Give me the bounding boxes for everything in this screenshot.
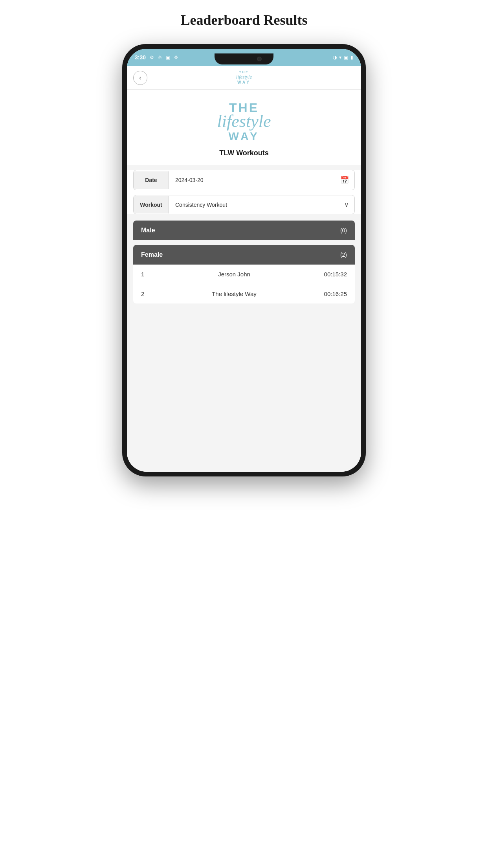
back-button[interactable]: ‹ — [133, 71, 147, 85]
settings-icon: ⚙ — [150, 55, 154, 60]
male-section: Male (0) — [133, 221, 355, 240]
male-section-header: Male (0) — [133, 221, 355, 240]
status-bar: 3:30 ⚙ ❊ ▣ ✥ ◑ ▾ ▣ ▮ — [127, 49, 361, 66]
phone-frame: 3:30 ⚙ ❊ ▣ ✥ ◑ ▾ ▣ ▮ ‹ THE lifestyle — [122, 44, 366, 476]
table-row: 2 The lifestyle Way 00:16:25 — [133, 284, 355, 303]
logo-script: lifestyle — [217, 113, 271, 130]
form-section: Date 2024-03-20 📅 Workout Consistency Wo… — [127, 170, 361, 214]
female-section: Female (2) 1 Jerson John 00:15:32 2 The … — [133, 245, 355, 303]
header-logo-way: WAY — [236, 80, 252, 85]
wifi-icon: ▾ — [339, 55, 341, 60]
date-field: Date 2024-03-20 📅 — [133, 170, 355, 190]
page-title: Leaderboard Results — [181, 12, 308, 28]
row-time: 00:16:25 — [316, 291, 347, 297]
workout-value: Consistency Workout — [169, 196, 339, 213]
main-logo: THE lifestyle WAY — [217, 101, 271, 142]
logo-section: THE lifestyle WAY TLW Workouts — [127, 90, 361, 165]
battery-icon: ▮ — [350, 55, 353, 60]
row-time: 00:15:32 — [316, 271, 347, 278]
workout-label: Workout — [134, 196, 169, 213]
header-logo-script: lifestyle — [236, 74, 252, 80]
touch-icon: ✥ — [174, 55, 178, 60]
row-name: The lifestyle Way — [153, 291, 316, 297]
chevron-down-icon[interactable]: ∨ — [339, 195, 354, 214]
screenshot-icon: ▣ — [166, 55, 170, 60]
female-label: Female — [141, 251, 163, 258]
row-rank: 2 — [141, 291, 153, 297]
header-logo: THE lifestyle WAY — [236, 71, 252, 84]
camera — [257, 57, 262, 61]
signal-icon: ▣ — [344, 55, 348, 60]
male-label: Male — [141, 227, 155, 234]
calendar-icon[interactable]: 📅 — [335, 170, 354, 190]
female-rows: 1 Jerson John 00:15:32 2 The lifestyle W… — [133, 265, 355, 303]
app-header: ‹ THE lifestyle WAY — [127, 66, 361, 90]
tlw-title: TLW Workouts — [135, 149, 353, 157]
snowflake-icon: ❊ — [158, 55, 162, 60]
brightness-icon: ◑ — [333, 55, 337, 60]
workout-field: Workout Consistency Workout ∨ — [133, 195, 355, 214]
female-count: (2) — [340, 252, 347, 258]
row-name: Jerson John — [153, 271, 316, 278]
logo-way: WAY — [228, 131, 259, 142]
main-content: THE lifestyle WAY TLW Workouts Date 2024… — [127, 90, 361, 472]
phone-screen: 3:30 ⚙ ❊ ▣ ✥ ◑ ▾ ▣ ▮ ‹ THE lifestyle — [127, 49, 361, 472]
date-value: 2024-03-20 — [169, 171, 335, 189]
notch — [215, 53, 273, 64]
male-count: (0) — [340, 227, 347, 234]
female-section-header: Female (2) — [133, 245, 355, 265]
table-row: 1 Jerson John 00:15:32 — [133, 265, 355, 284]
date-label: Date — [134, 171, 169, 189]
status-time: 3:30 — [135, 54, 146, 61]
row-rank: 1 — [141, 271, 153, 278]
